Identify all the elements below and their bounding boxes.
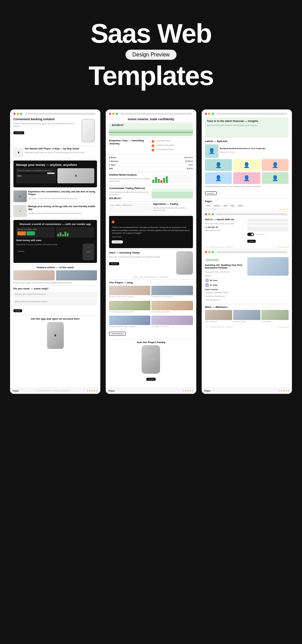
form-message[interactable] — [247, 226, 289, 232]
trading-heading: Customizable Trading Platforms — [109, 187, 150, 190]
star-f3: ★ — [283, 389, 285, 392]
divider6 — [13, 264, 97, 265]
episode-info: Episode 42 · 45 min — [220, 151, 289, 153]
article-img1 — [13, 270, 55, 280]
webinar-topic1: • Building a Diversified Portfolio — [205, 291, 246, 294]
more-webinar-img1 — [205, 310, 232, 320]
dot-y3 — [208, 113, 210, 115]
webinar-topics-label: Topics Covered: — [205, 288, 246, 290]
star-p3: ★ — [283, 208, 285, 210]
bar3 — [62, 234, 64, 236]
invest-mockup: Invest smarter, trade confidently $19,96… — [106, 109, 196, 387]
avatar4: 👤 — [205, 172, 232, 184]
blog-item5: Investing Financial Planning for Young A… — [109, 316, 150, 330]
pod-div2 — [205, 212, 289, 212]
av-img5: 👤 — [233, 172, 260, 184]
dot-red — [13, 113, 15, 115]
dot-rw — [205, 251, 207, 253]
blog-text5: Investing Financial Planning for Young A… — [109, 325, 150, 328]
manage-heading: Manage your money — anytime, anywhere — [16, 163, 94, 167]
article-imgs — [13, 270, 97, 280]
episode-more-btn[interactable]: Listen More — [205, 191, 217, 195]
mb3 — [158, 179, 160, 183]
contact-toggle[interactable] — [247, 233, 254, 236]
invest-div6 — [109, 214, 193, 215]
divider3 — [13, 189, 97, 189]
cta-text: Open your account today and start buildi… — [109, 256, 174, 258]
send-btn[interactable]: Send Now — [16, 250, 26, 253]
star-p2: ★ — [281, 208, 283, 210]
star-f1: ★ — [278, 389, 280, 392]
hero-badge: Design Preview — [125, 50, 176, 60]
guide-text: Download the app, create your account, a… — [25, 151, 97, 154]
footer-info-1: Total Asset Management · Legal Notice · … — [37, 390, 69, 392]
contact-rating: ★ ★ ★ ★ ★ — [279, 246, 289, 248]
crypto-bitcoin: ₿ Bitcoin $34,422.01 — [109, 156, 193, 159]
banking-cta-btn[interactable]: Get Started — [13, 131, 24, 134]
dot-green — [20, 113, 22, 115]
crypto-ethereum: Ξ Ethereum $2,050.24 — [109, 159, 193, 163]
form-name[interactable] — [247, 219, 289, 222]
blog-more-btn[interactable]: View All Articles — [109, 332, 125, 336]
dot-g3 — [212, 113, 214, 115]
dot-yw — [208, 251, 210, 253]
cta-invest-btn[interactable]: Start Now — [109, 262, 119, 265]
blog-img1 — [109, 286, 150, 295]
star4: ★ — [94, 389, 95, 392]
more-webinars-heading: More — Webinars — [205, 306, 289, 309]
av-img2: 👤 — [233, 159, 260, 171]
invest-div4 — [109, 185, 193, 186]
avatar-row1: 👤 👤 👤 — [205, 159, 289, 171]
form-email[interactable] — [247, 223, 289, 225]
family-cta-btn[interactable]: Join Now — [146, 378, 156, 381]
webinar-topic3: • Risk Management — [205, 299, 246, 301]
pod-div1 — [205, 198, 289, 199]
avatar6: 👤 — [262, 172, 289, 184]
footer-logo-2: Finpro — [108, 390, 115, 392]
hero-title-line2: Templates — [13, 62, 289, 89]
progress-label: 80% — [17, 175, 55, 177]
progress-bar — [17, 173, 55, 174]
banking-phone — [82, 119, 95, 142]
pages-rating: ★ ★ ★ ★ ★ — [279, 208, 289, 210]
page-tag4: Blog — [230, 204, 235, 207]
nav-bar-c — [216, 213, 287, 215]
av-img3: 👤 — [262, 159, 289, 171]
experience-heading: Experience the convenience, security, an… — [28, 190, 97, 196]
av-img6: 👤 — [262, 172, 289, 184]
blog-img2 — [151, 286, 193, 295]
mockup-nav — [13, 113, 97, 115]
star-p1: ★ — [279, 208, 281, 210]
banking-heading: Convenient banking solution — [13, 118, 79, 121]
help-btn[interactable]: View All — [13, 309, 22, 312]
testimonial-cta[interactable]: Get Started — [112, 240, 122, 243]
chart-line — [109, 132, 193, 133]
star-f5: ★ — [288, 389, 289, 392]
blog-item1: The latest in crypto investment strategi… — [109, 286, 150, 300]
webinar-rating: ★ ★ ★ ★ ★ — [279, 326, 289, 328]
crypto-tether: ₮ Tether $1.00 — [109, 163, 193, 167]
mobile-img: 💰 — [13, 205, 27, 217]
mb4 — [160, 180, 162, 183]
bar2 — [60, 232, 61, 236]
submit-btn[interactable]: Submit — [247, 240, 255, 243]
banking-subtext: Finpro is a digital bank that offers fas… — [13, 123, 79, 127]
contact-email: support@finpro.com — [205, 229, 246, 232]
templates-grid: Convenient banking solution Finpro is a … — [0, 103, 302, 414]
contact-desc: We're here to help. Reach out any time. — [205, 223, 246, 225]
help-faq1: How do I open a Digital Banking account? — [15, 293, 96, 295]
star-w5: ★ — [287, 326, 289, 328]
more-webinar-img3 — [261, 310, 289, 320]
article-heading: Feature article — of the week — [13, 266, 97, 269]
invest-div1 — [109, 137, 193, 138]
cta-heading: Start — Investing Today — [109, 251, 174, 255]
mobile-text: Available on iOS and Android. Download n… — [28, 212, 97, 215]
blog-text3: How to diversify your investment portfol… — [109, 310, 150, 314]
webinar-topic2: • Investment Fundamentals — [205, 295, 246, 297]
feature3: Customizable portfolios — [156, 148, 174, 151]
help-heading: Do you need — some help? — [13, 287, 97, 290]
trading-price: $19,963.57 — [109, 197, 150, 199]
algo-heading: Algorithmic — Trading — [153, 203, 193, 205]
family-heading: Join the Finpro Family — [109, 341, 193, 344]
manage-phone-img: 📱 — [57, 168, 95, 183]
